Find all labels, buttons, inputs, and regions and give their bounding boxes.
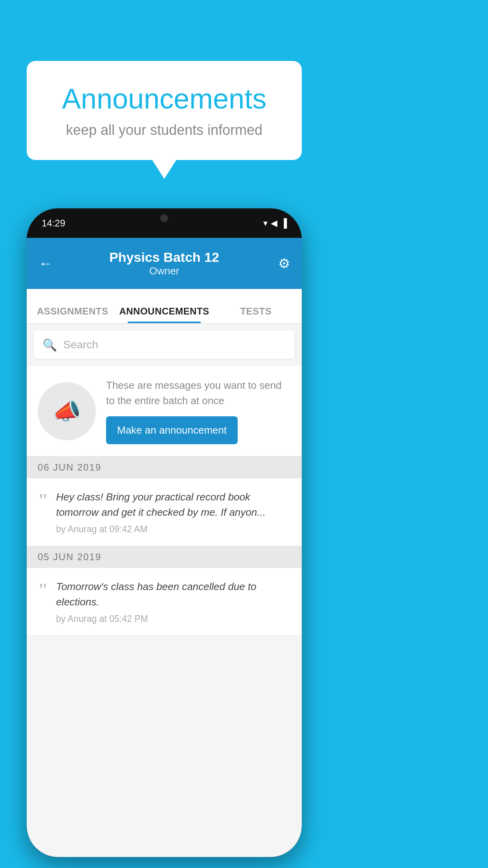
announcement-content-1: Hey class! Bring your practical record b…: [56, 489, 291, 535]
tabs-bar: ASSIGNMENTS ANNOUNCEMENTS TESTS: [27, 289, 302, 324]
header-title: Physics Batch 12: [109, 250, 219, 265]
wifi-icon: ▾: [263, 218, 268, 228]
battery-icon: ▐: [281, 218, 287, 228]
search-icon: 🔍: [42, 338, 57, 352]
notch: [133, 208, 196, 228]
promo-right: These are messages you want to send to t…: [106, 378, 291, 444]
tab-announcements[interactable]: ANNOUNCEMENTS: [118, 306, 210, 323]
camera: [160, 214, 168, 222]
announcement-text-1: Hey class! Bring your practical record b…: [56, 489, 291, 520]
settings-button[interactable]: ⚙: [278, 256, 290, 271]
promo-icon-circle: 📣: [38, 382, 96, 440]
make-announcement-button[interactable]: Make an announcement: [106, 416, 238, 444]
quote-icon: ": [38, 491, 48, 510]
header-title-group: Physics Batch 12 Owner: [109, 250, 219, 277]
status-icons: ▾ ◀ ▐: [263, 218, 287, 228]
status-bar: 14:29 ▾ ◀ ▐: [27, 208, 302, 238]
announcement-text-2: Tomorrow's class has been cancelled due …: [56, 579, 291, 610]
app-header: ← Physics Batch 12 Owner ⚙: [27, 238, 302, 289]
announcement-item-1: " Hey class! Bring your practical record…: [27, 478, 302, 546]
announcement-author-2: by Anurag at 05:42 PM: [56, 614, 291, 624]
tab-tests[interactable]: TESTS: [210, 306, 302, 323]
announcement-author-1: by Anurag at 09:42 AM: [56, 524, 291, 535]
date-separator-1: 06 JUN 2019: [27, 456, 302, 478]
date-separator-2: 05 JUN 2019: [27, 546, 302, 568]
megaphone-icon: 📣: [53, 398, 81, 425]
back-button[interactable]: ←: [39, 255, 53, 272]
announcement-item-2: " Tomorrow's class has been cancelled du…: [27, 568, 302, 636]
quote-icon-2: ": [38, 581, 48, 600]
speech-bubble-container: Announcements keep all your students inf…: [27, 61, 302, 160]
tab-assignments[interactable]: ASSIGNMENTS: [27, 306, 118, 323]
bubble-title: Announcements: [50, 83, 278, 115]
signal-icon: ◀: [271, 218, 277, 228]
header-subtitle: Owner: [109, 265, 219, 277]
phone-frame: 14:29 ▾ ◀ ▐ ← Physics Batch 12 Owner ⚙ A…: [27, 208, 302, 857]
search-bar[interactable]: 🔍 Search: [34, 331, 295, 359]
promo-description: These are messages you want to send to t…: [106, 378, 291, 408]
promo-card: 📣 These are messages you want to send to…: [27, 366, 302, 456]
speech-bubble: Announcements keep all your students inf…: [27, 61, 302, 160]
announcement-content-2: Tomorrow's class has been cancelled due …: [56, 579, 291, 624]
status-time: 14:29: [42, 218, 65, 229]
bubble-subtitle: keep all your students informed: [50, 122, 278, 138]
content-area: 🔍 Search 📣 These are messages you want t…: [27, 324, 302, 857]
search-placeholder: Search: [63, 338, 98, 351]
